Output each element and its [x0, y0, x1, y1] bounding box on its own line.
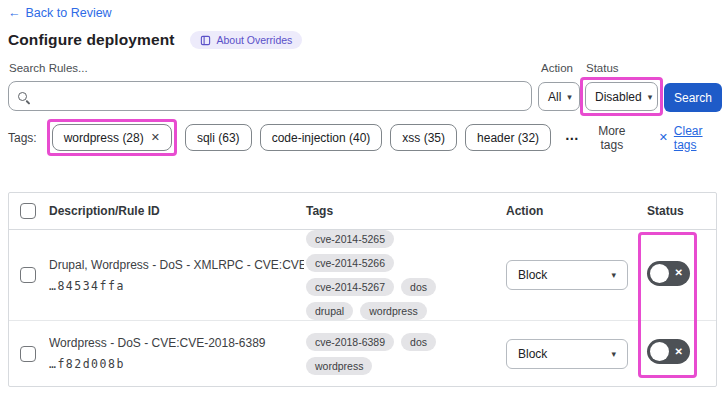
- title-row: Configure deployment About Overrides: [8, 31, 302, 49]
- status-dropdown-value: Disabled: [595, 90, 642, 104]
- action-dropdown[interactable]: All ▾: [538, 82, 580, 111]
- column-header-status: Status: [640, 204, 716, 218]
- select-all-checkbox[interactable]: [20, 203, 36, 219]
- search-rules-field[interactable]: [34, 89, 522, 103]
- tag-pill-label: wordpress (28): [64, 131, 144, 145]
- toggle-off-icon: ✕: [675, 347, 683, 357]
- search-input[interactable]: [8, 81, 532, 111]
- chevron-down-icon: ▾: [611, 270, 616, 280]
- toggle-off-icon: ✕: [675, 268, 683, 278]
- search-icon: [18, 92, 27, 101]
- tags-label: Tags:: [8, 131, 37, 145]
- clear-tags-label: Clear tags: [674, 124, 725, 152]
- column-header-tags: Tags: [304, 204, 503, 218]
- rule-tags: cve-2014-5265 cve-2014-5266 cve-2014-526…: [304, 230, 503, 320]
- ellipsis-icon: ⋯: [565, 130, 580, 146]
- row-checkbox[interactable]: [20, 346, 36, 362]
- rule-tag: cve-2018-6389: [306, 333, 394, 351]
- tag-pill-code-injection[interactable]: code-injection (40): [260, 124, 383, 151]
- more-tags-button[interactable]: ⋯ More tags: [565, 124, 637, 152]
- back-to-review-link[interactable]: ← Back to Review: [8, 6, 112, 20]
- status-toggle[interactable]: ✕: [647, 339, 690, 364]
- action-select[interactable]: Block ▾: [506, 339, 628, 369]
- column-header-action: Action: [503, 204, 640, 218]
- table-header-row: Description/Rule ID Tags Action Status: [9, 193, 716, 230]
- more-tags-label: More tags: [587, 124, 637, 152]
- rule-tags: cve-2018-6389 dos wordpress: [304, 333, 503, 375]
- tag-pill-xss[interactable]: xss (35): [390, 124, 457, 151]
- search-rules-label: Search Rules...: [9, 62, 88, 74]
- action-filter-label: Action: [541, 62, 573, 74]
- configure-deployment-page: ← Back to Review Configure deployment Ab…: [0, 0, 725, 406]
- rule-tag: cve-2014-5266: [306, 254, 394, 272]
- remove-tag-icon[interactable]: ✕: [151, 131, 160, 144]
- chevron-down-icon: ▾: [567, 92, 572, 102]
- toggle-knob: [650, 264, 669, 283]
- rule-tag: wordpress: [306, 357, 372, 375]
- chevron-down-icon: ▾: [648, 92, 653, 102]
- rule-tag: dos: [401, 333, 436, 351]
- action-select[interactable]: Block ▾: [506, 260, 628, 290]
- rule-tag: wordpress: [360, 302, 426, 320]
- chevron-down-icon: ▾: [611, 349, 616, 359]
- status-toggle[interactable]: ✕: [647, 261, 690, 286]
- action-dropdown-value: All: [548, 90, 561, 104]
- about-overrides-badge[interactable]: About Overrides: [190, 31, 302, 49]
- rule-tag: drupal: [306, 302, 353, 320]
- rule-id: …f82d008b: [49, 357, 304, 371]
- rule-description: Wordpress - DoS - CVE:CVE-2018-6389: [49, 336, 304, 350]
- tag-pill-header[interactable]: header (32): [465, 124, 551, 151]
- rule-description: Drupal, Wordpress - DoS - XMLRPC - CVE:C…: [49, 258, 304, 272]
- tag-pill-sqli[interactable]: sqli (63): [185, 124, 252, 151]
- search-button[interactable]: Search: [664, 83, 722, 112]
- toggle-knob: [650, 342, 669, 361]
- column-header-description: Description/Rule ID: [47, 204, 304, 218]
- rule-tag: dos: [401, 278, 436, 296]
- action-select-value: Block: [518, 268, 547, 282]
- rule-id: …84534ffa: [49, 279, 304, 293]
- rule-tag: cve-2014-5265: [306, 230, 394, 248]
- rule-tag: cve-2014-5267: [306, 278, 394, 296]
- clear-tags-icon: ✕: [659, 131, 668, 144]
- page-title: Configure deployment: [8, 31, 174, 49]
- status-dropdown[interactable]: Disabled ▾: [585, 82, 658, 111]
- about-overrides-label: About Overrides: [216, 34, 292, 46]
- row-checkbox[interactable]: [20, 267, 36, 283]
- back-link-label: Back to Review: [26, 6, 112, 20]
- action-select-value: Block: [518, 347, 547, 361]
- tag-pill-wordpress[interactable]: wordpress (28) ✕: [52, 124, 172, 151]
- clear-tags-link[interactable]: ✕ Clear tags: [659, 124, 725, 152]
- table-row: Drupal, Wordpress - DoS - XMLRPC - CVE:C…: [9, 230, 716, 320]
- status-filter-label: Status: [586, 62, 619, 74]
- highlight-box-selected-tag: wordpress (28) ✕: [47, 119, 177, 156]
- book-icon: [200, 35, 211, 46]
- tags-filter-bar: Tags: wordpress (28) ✕ sqli (63) code-in…: [8, 119, 725, 156]
- table-row: Wordpress - DoS - CVE:CVE-2018-6389 …f82…: [9, 320, 716, 386]
- back-arrow-icon: ←: [8, 6, 21, 20]
- rules-table: Description/Rule ID Tags Action Status D…: [8, 192, 717, 387]
- highlight-box-status-filter: Disabled ▾: [580, 77, 663, 116]
